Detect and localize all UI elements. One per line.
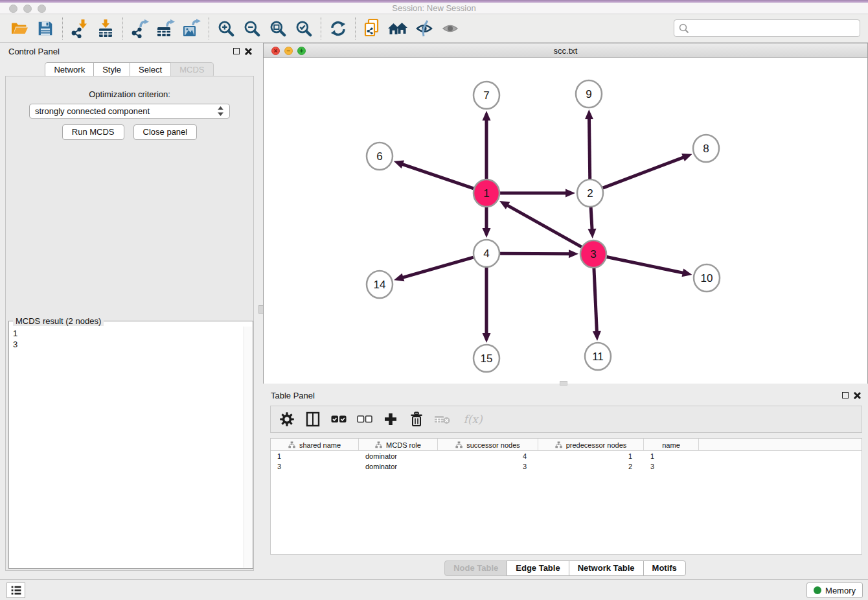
result-scrollbar[interactable] [244, 327, 252, 568]
table-cell[interactable]: 1 [271, 451, 359, 461]
column-header-successor-nodes[interactable]: successor nodes [438, 439, 538, 451]
graph-edge-4-3[interactable] [500, 253, 570, 254]
search-box[interactable] [674, 19, 860, 37]
table-cell[interactable]: 3 [644, 461, 699, 472]
gear-icon [279, 411, 295, 427]
tab-network-table[interactable]: Network Table [569, 560, 644, 576]
column-header-predecessor-nodes[interactable]: predecessor nodes [538, 439, 644, 451]
graph-node-4[interactable]: 4 [474, 240, 499, 267]
graph-edge-3-11[interactable] [594, 268, 597, 332]
open-file-button[interactable] [6, 17, 32, 40]
horizontal-splitter-handle[interactable] [560, 381, 567, 386]
search-input[interactable] [690, 21, 860, 36]
tab-edge-table[interactable]: Edge Table [507, 560, 569, 576]
table-settings-button[interactable] [277, 409, 297, 430]
memory-button[interactable]: Memory [806, 583, 863, 598]
toolbar-separator [62, 17, 63, 40]
graph-node-3[interactable]: 3 [580, 240, 606, 268]
close-panel-button[interactable]: Close panel [133, 124, 198, 140]
window-titlebar: Session: New Session [0, 0, 868, 14]
add-column-button[interactable] [381, 409, 400, 430]
mcds-result-text[interactable]: 1 3 [10, 327, 244, 568]
export-table-button[interactable] [153, 17, 179, 40]
zoom-selected-button[interactable] [291, 17, 317, 40]
clone-network-button[interactable] [360, 17, 385, 40]
network-window-titlebar[interactable]: × − + scc.txt [264, 43, 867, 58]
column-header-name[interactable]: name [644, 439, 699, 451]
home-networks-button[interactable] [385, 17, 411, 40]
graph-edge-2-9[interactable] [589, 118, 589, 179]
show-column-button[interactable] [303, 409, 323, 430]
svg-text:10: 10 [701, 272, 713, 284]
table-cell[interactable]: 3 [271, 461, 359, 472]
table-cell[interactable]: 2 [538, 461, 644, 472]
function-builder-button-disabled: f(x) [459, 409, 487, 430]
refresh-button[interactable] [325, 17, 351, 40]
select-all-button[interactable] [329, 409, 348, 430]
graph-node-11[interactable]: 11 [585, 343, 611, 370]
plus-icon [383, 412, 398, 426]
save-session-button[interactable] [32, 17, 58, 40]
table-cell[interactable]: 1 [644, 451, 699, 461]
svg-text:14: 14 [374, 279, 386, 291]
graph-edge-2-3[interactable] [591, 207, 592, 230]
table-cell[interactable]: 4 [438, 451, 538, 461]
graph-edge-1-6[interactable] [402, 164, 474, 189]
toolbar-separator [355, 17, 356, 40]
tab-node-table[interactable]: Node Table [444, 560, 507, 576]
table-cell[interactable]: dominator [359, 451, 438, 461]
zoom-out-button[interactable] [239, 17, 265, 40]
edge-arrowhead [569, 249, 578, 258]
select-all-icon [331, 415, 347, 424]
control-panel: Control Panel NetworkStyleSelectMCDS Opt… [0, 43, 259, 579]
task-history-button[interactable] [6, 583, 25, 598]
float-panel-icon[interactable] [233, 48, 240, 54]
graph-node-8[interactable]: 8 [693, 135, 719, 162]
graph-node-14[interactable]: 14 [367, 271, 393, 298]
tab-motifs[interactable]: Motifs [643, 560, 686, 576]
export-image-button[interactable] [179, 17, 205, 40]
column-header-label: name [662, 441, 680, 449]
table-panel: Table Panel [263, 387, 868, 577]
graph-node-2[interactable]: 2 [577, 179, 603, 207]
network-canvas[interactable]: 7968124314101511 [264, 58, 867, 384]
import-table-button[interactable] [93, 17, 119, 40]
zoom-fit-button[interactable] [265, 17, 291, 40]
zoom-in-button[interactable] [213, 17, 239, 40]
float-table-panel-icon[interactable] [842, 392, 849, 398]
zoom-out-icon [243, 19, 261, 38]
show-graphics-details-button[interactable] [437, 17, 463, 40]
table-cell[interactable]: 1 [538, 451, 644, 461]
graph-node-1[interactable]: 1 [474, 179, 499, 207]
graph-node-15[interactable]: 15 [474, 345, 499, 372]
table-row[interactable]: 1dominator411 [271, 451, 862, 461]
run-mcds-button[interactable]: Run MCDS [62, 124, 124, 140]
graph-node-10[interactable]: 10 [694, 264, 720, 292]
graph-edge-3-10[interactable] [607, 257, 684, 273]
graph-node-7[interactable]: 7 [474, 82, 499, 109]
graph-node-6[interactable]: 6 [367, 143, 393, 170]
close-panel-icon[interactable] [244, 47, 252, 55]
column-header-label: shared name [299, 441, 341, 449]
table-row[interactable]: 3dominator323 [271, 461, 862, 472]
deselect-all-button[interactable] [355, 409, 374, 430]
optimization-criterion-select[interactable]: strongly connected component [29, 104, 230, 119]
svg-text:2: 2 [587, 187, 593, 200]
close-table-panel-icon[interactable] [853, 391, 861, 399]
column-header-MCDS-role[interactable]: MCDS role [359, 439, 438, 451]
table-panel-tabs: Node TableEdge TableNetwork TableMotifs [263, 560, 868, 576]
table-cell[interactable]: 3 [438, 461, 538, 472]
graph-node-9[interactable]: 9 [576, 80, 602, 108]
table-cell[interactable]: dominator [359, 461, 438, 472]
import-network-button[interactable] [67, 17, 93, 40]
column-type-icon [288, 441, 295, 448]
export-network-button[interactable] [127, 17, 153, 40]
column-header-shared-name[interactable]: shared name [271, 439, 359, 451]
graph-edge-4-14[interactable] [402, 257, 474, 278]
hide-graphics-details-button[interactable] [411, 17, 437, 40]
graph-edge-2-8[interactable] [603, 157, 685, 188]
graph-edge-3-1[interactable] [507, 205, 581, 247]
trash-icon [409, 411, 424, 427]
delete-column-button[interactable] [407, 409, 426, 430]
edge-arrowhead [483, 333, 491, 343]
